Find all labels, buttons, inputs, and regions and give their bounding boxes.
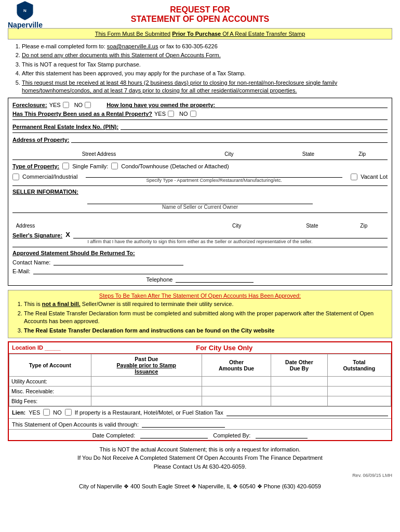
lien-row: Lien: YES NO If property is a Restaurant…	[9, 406, 391, 418]
vacant-lot-checkbox[interactable]	[351, 174, 357, 180]
state-sub-field[interactable]	[283, 144, 334, 151]
state-wrap: State	[283, 144, 334, 157]
notice-box: This Form Must Be Submitted Prior To Pur…	[8, 28, 392, 39]
row2-total[interactable]	[327, 386, 391, 396]
city-sub-field[interactable]	[178, 144, 279, 151]
row2-date[interactable]	[271, 386, 327, 396]
seller-zip-label: Zip	[360, 223, 367, 229]
seller-name-field[interactable]	[87, 197, 312, 204]
lien-no-label: NO	[53, 409, 62, 416]
seller-address-wrap: Address	[12, 223, 38, 229]
specify-field[interactable]	[86, 170, 342, 178]
city-info: City of Naperville ❖ 400 South Eagle Str…	[79, 483, 321, 489]
valid-label: This Statement of Open Accounts is valid…	[12, 421, 139, 428]
rev-note: Rev. 06/09/15 LMH	[8, 473, 392, 478]
steps-section: Steps To Be Taken After The Statement Of…	[8, 290, 392, 338]
zip-sub-field[interactable]	[337, 144, 388, 151]
seller-zip-wrap: Zip	[340, 216, 388, 229]
sig-x: X	[65, 231, 70, 238]
vacant-lot-label: Vacant Lot	[361, 174, 388, 180]
lien-field[interactable]	[226, 409, 388, 416]
commercial-checkbox[interactable]	[12, 174, 19, 180]
seller-info-label: SELLER INFORMATION:	[12, 189, 78, 195]
instruction-3: This is NOT a request for Tax Stamp purc…	[22, 61, 390, 69]
contact-name-label: Contact Name:	[12, 259, 50, 265]
location-id-label: Location ID _____	[12, 344, 61, 351]
lien-yes-checkbox[interactable]	[43, 409, 50, 416]
address-sub-row: Street Address City State Zip	[12, 144, 388, 157]
email-field[interactable]	[33, 267, 388, 274]
telephone-field[interactable]	[176, 275, 254, 283]
row2-other[interactable]	[202, 386, 271, 396]
specify-wrap: Specify Type - Apartment Complex/Restaur…	[86, 170, 342, 183]
title-line2: STATEMENT OF OPEN ACCOUNTS	[131, 15, 269, 24]
naperville-logo-icon: N	[15, 0, 35, 21]
property-type-row2: Commercial/Industrial Specify Type - Apa…	[12, 170, 388, 183]
street-address-sub-field[interactable]	[23, 144, 175, 151]
seller-city-field[interactable]	[189, 216, 284, 223]
commercial-label: Commercial/Industrial	[22, 174, 77, 180]
long-owned-field[interactable]	[215, 101, 388, 108]
row2-past-due[interactable]	[91, 386, 202, 396]
rental-yes-label: YES	[154, 111, 166, 117]
seller-city-label: City	[232, 223, 241, 229]
row3-other[interactable]	[202, 396, 271, 406]
seller-zip-field[interactable]	[340, 216, 388, 223]
rental-no-group: NO	[179, 111, 196, 117]
condo-checkbox[interactable]	[111, 163, 118, 169]
for-city-only: For City Use Only	[61, 344, 388, 352]
title-line1: REQUEST FOR	[131, 5, 269, 15]
pin-field[interactable]	[121, 123, 388, 130]
address-street-field[interactable]	[71, 136, 388, 143]
property-type-label: Type of Property:	[12, 163, 59, 169]
row1-other[interactable]	[202, 376, 271, 386]
pin-label: Permanent Real Estate Index No. (PIN):	[12, 124, 118, 130]
single-family-checkbox[interactable]	[62, 163, 69, 169]
foreclosure-label: Foreclosure:	[12, 102, 47, 108]
city-sub-label: City	[224, 151, 233, 157]
city-use-table: Type of Account Past DuePayable prior to…	[9, 354, 391, 406]
foreclosure-yes-checkbox[interactable]	[63, 102, 69, 108]
rental-label: Has This Property Been used as a Rental …	[12, 111, 152, 117]
condo-label: Condo/Townhouse (Detached or Attached)	[121, 163, 229, 169]
footer-note2: If You Do Not Receive A Completed Statem…	[8, 454, 392, 462]
rental-no-label: NO	[179, 111, 188, 117]
seller-state-field[interactable]	[288, 216, 336, 223]
col-date-other: Date OtherDue By	[271, 354, 327, 376]
lien-no-checkbox[interactable]	[65, 409, 72, 416]
rental-yes-checkbox[interactable]	[168, 111, 174, 117]
row3-past-due[interactable]	[91, 396, 202, 406]
foreclosure-row: Foreclosure: YES NO How long have you ow…	[12, 101, 388, 108]
rental-yes-group: YES	[154, 111, 174, 117]
notice-text: This Form Must Be Submitted Prior To Pur…	[95, 31, 305, 37]
foreclosure-no-checkbox[interactable]	[85, 102, 91, 108]
seller-state-wrap: State	[288, 216, 336, 229]
contact-name-field[interactable]	[54, 258, 183, 265]
lien-yes-label: YES	[29, 409, 40, 416]
sig-field[interactable]	[73, 231, 388, 238]
seller-address-sub-label: Address	[16, 223, 35, 229]
row1-date[interactable]	[271, 376, 327, 386]
sig-row: Seller's Signature: X	[12, 231, 388, 238]
city-footer: City of Naperville ❖ 400 South Eagle Str…	[8, 483, 392, 490]
row3-total[interactable]	[327, 396, 391, 406]
valid-field[interactable]	[142, 420, 225, 428]
row3-date[interactable]	[271, 396, 327, 406]
foreclosure-yes-group: YES	[49, 102, 69, 108]
footer-notes: This is NOT the actual Account Statement…	[8, 445, 392, 471]
lien-label: Lien:	[12, 409, 25, 416]
date-completed-field[interactable]	[140, 431, 208, 438]
instruction-4: After this statement has been approved, …	[22, 70, 390, 77]
foreclosure-no-label: NO	[74, 102, 83, 108]
row1-type: Utility Account:	[9, 376, 91, 386]
rental-no-checkbox[interactable]	[190, 111, 196, 117]
instructions-section: Please e-mail completed form to: soa@nap…	[8, 43, 392, 95]
row1-total[interactable]	[327, 376, 391, 386]
long-owned-label: How long have you owned the property:	[106, 102, 215, 108]
row1-past-due[interactable]	[91, 376, 202, 386]
col-past-due: Past DuePayable prior to StampIssuance	[91, 354, 202, 376]
footer-note1: This is NOT the actual Account Statement…	[8, 445, 392, 454]
step-2: The Real Estate Transfer Declaration for…	[24, 310, 388, 326]
telephone-label: Telephone	[146, 276, 173, 283]
completed-by-field[interactable]	[256, 431, 308, 438]
